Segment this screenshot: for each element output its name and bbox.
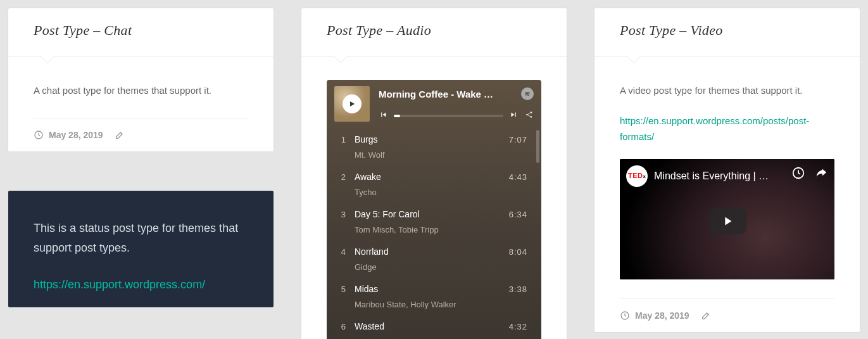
share-button[interactable] [525, 109, 534, 124]
spotify-logo-icon[interactable] [521, 87, 534, 100]
svg-point-1 [526, 113, 528, 115]
track-duration: 7:07 [509, 132, 527, 147]
track-artist: Satori, Hugo Oak [355, 335, 500, 339]
post-date[interactable]: May 28, 2019 [34, 130, 103, 140]
track-index: 6 [337, 319, 346, 334]
track-row[interactable]: 1 BurgsMt. Wolf 7:07 [327, 129, 541, 166]
card-body: Morning Coffee - Wake … [301, 57, 567, 339]
track-index: 5 [337, 282, 346, 297]
card-footer: May 28, 2019 [594, 299, 860, 332]
card-body: A video post type for themes that suppor… [594, 57, 860, 298]
post-formats-link[interactable]: https://en.support.wordpress.com/posts/p… [620, 115, 809, 143]
card-header: Post Type – Chat [8, 8, 274, 57]
play-button[interactable] [343, 94, 362, 113]
spotify-player: Morning Coffee - Wake … [327, 80, 541, 339]
track-duration: 4:43 [509, 170, 527, 184]
track-index: 3 [337, 207, 346, 222]
post-date[interactable]: May 28, 2019 [620, 310, 689, 321]
post-date-text: May 28, 2019 [635, 310, 689, 321]
play-button[interactable] [708, 208, 746, 234]
track-duration: 8:04 [509, 245, 527, 259]
status-link[interactable]: https://en.support.wordpress.com/ [34, 278, 205, 291]
card-header: Post Type – Audio [301, 8, 567, 57]
track-row[interactable]: 3 Day 5: For CarolTom Misch, Tobie Tripp… [327, 203, 541, 241]
playlist-title[interactable]: Morning Coffee - Wake … [379, 86, 499, 103]
youtube-player[interactable]: TEDx Mindset is Everything | … [620, 159, 834, 279]
card-header: Post Type – Video [594, 8, 860, 57]
clock-icon [620, 310, 630, 321]
post-card-audio: Post Type – Audio Morning Coffee - Wake … [301, 8, 567, 339]
svg-point-3 [531, 116, 532, 118]
album-cover [334, 86, 370, 122]
post-excerpt: A chat post type for themes that support… [34, 82, 248, 99]
track-index: 4 [337, 245, 346, 259]
track-artist: Mt. Wolf [355, 148, 500, 162]
track-row[interactable]: 4 NorrlandGidge 8:04 [327, 241, 541, 278]
track-duration: 4:32 [509, 319, 527, 334]
post-card-chat: Post Type – Chat A chat post type for th… [8, 8, 274, 151]
card-body: A chat post type for themes that support… [8, 57, 274, 118]
svg-point-2 [531, 112, 532, 113]
track-name: Norrland [355, 245, 500, 260]
post-title[interactable]: Post Type – Video [620, 22, 834, 39]
track-name: Awake [355, 170, 500, 185]
channel-avatar[interactable]: TEDx [626, 165, 648, 187]
track-name: Burgs [355, 132, 500, 148]
track-duration: 3:38 [509, 282, 527, 297]
post-title[interactable]: Post Type – Audio [327, 22, 541, 39]
post-card-status: This is a status post type for themes th… [8, 191, 274, 308]
track-row[interactable]: 5 MidasMaribou State, Holly Walker 3:38 [327, 278, 541, 316]
edit-post-button[interactable] [701, 310, 711, 321]
watch-later-button[interactable] [791, 166, 805, 185]
track-index: 2 [337, 170, 346, 184]
track-artist: Tom Misch, Tobie Tripp [355, 223, 500, 237]
track-list: 1 BurgsMt. Wolf 7:07 2 AwakeTycho 4:43 3… [327, 126, 541, 339]
post-card-video: Post Type – Video A video post type for … [594, 8, 860, 332]
post-excerpt: A video post type for themes that suppor… [620, 82, 834, 99]
card-footer: May 28, 2019 [8, 118, 274, 151]
video-title[interactable]: Mindset is Everything | … [654, 167, 785, 184]
track-artist: Gidge [355, 260, 500, 274]
track-duration: 6:34 [509, 207, 527, 222]
status-text: This is a status post type for themes th… [34, 219, 248, 259]
scrollbar[interactable] [536, 130, 539, 163]
track-artist: Maribou State, Holly Walker [355, 298, 500, 312]
track-artist: Tycho [355, 186, 500, 200]
track-row[interactable]: 6 WastedSatori, Hugo Oak 4:32 [327, 316, 541, 339]
track-index: 1 [337, 132, 346, 147]
clock-icon [34, 130, 44, 140]
share-button[interactable] [814, 166, 828, 185]
next-track-button[interactable] [510, 109, 519, 124]
progress-bar[interactable] [394, 115, 503, 117]
track-name: Wasted [355, 319, 500, 335]
edit-post-button[interactable] [115, 130, 125, 140]
prev-track-button[interactable] [379, 109, 387, 124]
track-name: Midas [355, 282, 500, 297]
post-title[interactable]: Post Type – Chat [34, 22, 248, 39]
track-row[interactable]: 2 AwakeTycho 4:43 [327, 166, 541, 203]
post-date-text: May 28, 2019 [49, 130, 103, 140]
track-name: Day 5: For Carol [355, 207, 500, 222]
